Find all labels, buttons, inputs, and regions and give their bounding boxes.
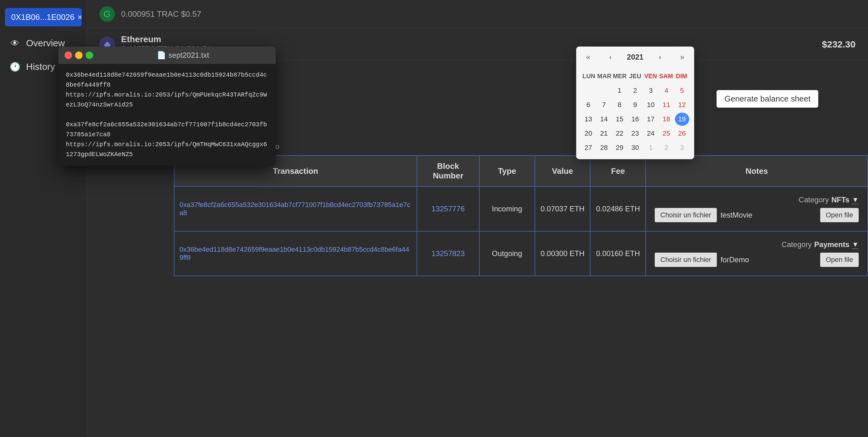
cal-day[interactable]: 20 (581, 127, 595, 140)
col-header-value: Value (535, 156, 590, 187)
eth-name: Ethereum (121, 34, 211, 44)
cal-header-lun: LUN (581, 71, 597, 82)
window-minimize-btn[interactable] (75, 52, 83, 59)
cal-day[interactable]: 29 (613, 141, 627, 154)
cal-day[interactable]: 12 (675, 98, 689, 112)
cal-day[interactable]: 4 (659, 84, 673, 97)
tx-hash-link[interactable]: 0xa37fe8cf2a6c655a532e301634ab7cf771007f… (180, 201, 410, 217)
cal-day[interactable]: 6 (581, 98, 595, 112)
cal-day[interactable]: 19 (675, 113, 689, 126)
trac-balance: 0.000951 TRAC $0.57 (121, 9, 201, 19)
table-row: 0xa37fe8cf2a6c655a532e301634ab7cf771007f… (174, 187, 868, 231)
category-dropdown-btn[interactable]: ▼ (852, 196, 859, 204)
cal-day[interactable]: 24 (644, 127, 658, 140)
tx-fee-cell: 0.02486 ETH (590, 187, 646, 231)
tx-type-cell: Incoming (479, 187, 535, 231)
tx-type-cell: Outgoing (479, 231, 535, 276)
col-header-fee: Fee (590, 156, 646, 187)
history-icon: 🕐 (9, 61, 21, 72)
eye-icon: 👁 (9, 37, 21, 49)
txt-window: 📄 sept2021.txt 0x36be4ed118d8e742659f9ea… (58, 46, 276, 166)
cal-day[interactable]: 17 (644, 113, 658, 126)
tx-fee-cell: 0.00160 ETH (590, 231, 646, 276)
table-row: 0x36be4ed118d8e742659f9eaae1b0e4113c0db1… (174, 231, 868, 276)
cal-grid: LUN MAR MER JEU VEN SAM DIM 123456789101… (576, 68, 694, 159)
window-maximize-btn[interactable] (86, 52, 93, 59)
cal-day[interactable]: 26 (675, 127, 689, 140)
cal-day (581, 84, 595, 97)
open-file-btn[interactable]: Open file (820, 253, 859, 267)
category-value: NFTs (831, 195, 849, 204)
cal-day[interactable]: 15 (613, 113, 627, 126)
cal-day[interactable]: 2 (628, 84, 642, 97)
choose-file-btn[interactable]: Choisir un fichier (655, 253, 717, 267)
close-icon[interactable]: × (78, 12, 82, 22)
txt-window-content: 0x36be4ed118d8e742659f9eaae1b0e4113c0db1… (58, 64, 276, 166)
address-badge[interactable]: 0X1B06...1E0026 × (5, 8, 82, 26)
cal-day[interactable]: 1 (644, 141, 658, 154)
tx-hash-cell: 0x36be4ed118d8e742659f9eaae1b0e4113c0db1… (174, 231, 417, 276)
cal-next2-btn[interactable]: » (677, 51, 688, 63)
generate-balance-sheet-button[interactable]: Generate balance sheet (716, 90, 818, 108)
cal-day[interactable]: 2 (659, 141, 673, 154)
cal-day[interactable]: 13 (581, 113, 595, 126)
cal-day[interactable]: 3 (644, 84, 658, 97)
cal-day[interactable]: 14 (597, 113, 611, 126)
category-dropdown-btn[interactable]: ▼ (852, 241, 859, 249)
cal-day[interactable]: 21 (597, 127, 611, 140)
cal-title: 2021 (627, 53, 643, 61)
tx-hash-cell: 0xa37fe8cf2a6c655a532e301634ab7cf771007f… (174, 187, 417, 231)
cal-day[interactable]: 5 (675, 84, 689, 97)
notes-cell: Category Payments ▼ Choisir un fichier f… (646, 231, 868, 276)
cal-day[interactable]: 25 (659, 127, 673, 140)
file-name: forDemo (720, 255, 749, 264)
cal-day[interactable]: 1 (613, 84, 627, 97)
calendar-panel: « ‹ 2021 › » LUN MAR MER JEU VEN SAM DIM… (576, 46, 694, 159)
txt-window-title: 📄 sept2021.txt (96, 51, 270, 60)
cal-prev2-btn[interactable]: « (582, 51, 594, 63)
cal-day[interactable]: 11 (659, 98, 673, 112)
cal-prev-btn[interactable]: ‹ (606, 51, 615, 63)
cal-header: « ‹ 2021 › » (576, 46, 694, 68)
cal-header-sam: SAM (658, 71, 674, 82)
block-number-link[interactable]: 13257776 (422, 205, 474, 213)
cal-next-btn[interactable]: › (655, 51, 665, 63)
sidebar-history-label: History (26, 61, 55, 72)
cal-day[interactable]: 16 (628, 113, 642, 126)
txt-line-2: https://ipfs.moralis.io:2053/ipfs/QmPUek… (66, 90, 268, 110)
cal-day[interactable]: 10 (644, 98, 658, 112)
cal-day[interactable]: 18 (659, 113, 673, 126)
txt-line-1: 0x36be4ed118d8e742659f9eaae1b0e4113c0db1… (66, 70, 268, 90)
block-number-cell: 13257823 (417, 231, 479, 276)
txt-line-3: 0xa37fe8cf2a6c655a532e301634ab7cf771007f… (66, 120, 268, 140)
cal-days: 1234567891011121314151617181920212223242… (581, 84, 689, 154)
cal-header-dim: DIM (674, 71, 689, 82)
txt-window-titlebar: 📄 sept2021.txt (58, 46, 276, 64)
transaction-table-section: Transaction BlockNumber Type Value Fee N… (174, 155, 868, 437)
file-name: testMovie (720, 211, 752, 219)
block-number-cell: 13257776 (417, 187, 479, 231)
cal-day[interactable]: 8 (613, 98, 627, 112)
tx-hash-link[interactable]: 0x36be4ed118d8e742659f9eaae1b0e4113c0db1… (180, 246, 409, 261)
cal-day[interactable]: 30 (628, 141, 642, 154)
cal-day[interactable]: 22 (613, 127, 627, 140)
cal-day[interactable]: 28 (597, 141, 611, 154)
window-close-btn[interactable] (65, 52, 72, 59)
cal-header-ven: VEN (643, 71, 658, 82)
choose-file-btn[interactable]: Choisir un fichier (655, 208, 717, 222)
trac-icon: G (99, 6, 115, 22)
cal-day[interactable]: 7 (597, 98, 611, 112)
tx-value-cell: 0.00300 ETH (535, 231, 590, 276)
category-label: Category (781, 240, 811, 249)
sidebar-overview-label: Overview (26, 38, 65, 49)
col-header-type: Type (479, 156, 535, 187)
block-number-link[interactable]: 13257823 (422, 249, 474, 258)
open-file-btn[interactable]: Open file (820, 208, 859, 222)
cal-day[interactable]: 27 (581, 141, 595, 154)
cal-day[interactable]: 23 (628, 127, 642, 140)
cal-day[interactable]: 9 (628, 98, 642, 112)
cal-header-mar: MAR (597, 71, 612, 82)
transaction-table: Transaction BlockNumber Type Value Fee N… (174, 155, 868, 276)
eth-value: $232.30 (822, 39, 856, 50)
cal-day[interactable]: 3 (675, 141, 689, 154)
